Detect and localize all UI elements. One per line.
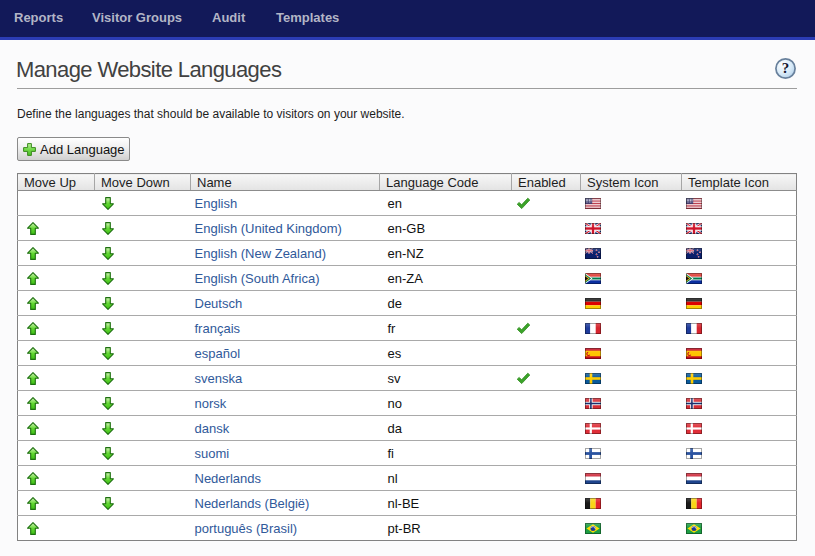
svg-text:?: ? bbox=[782, 60, 790, 76]
